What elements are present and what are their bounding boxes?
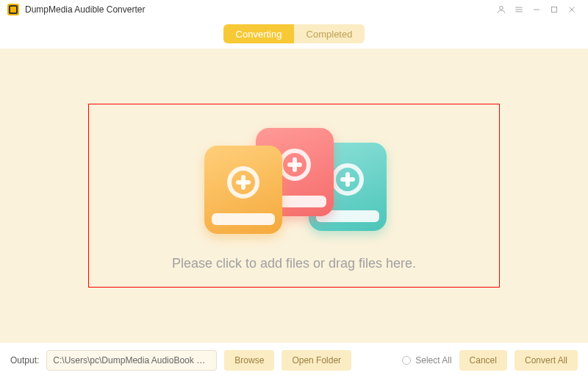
book-icon-orange [204, 146, 282, 234]
account-icon[interactable] [492, 1, 510, 18]
books-illustration [191, 128, 397, 238]
browse-button[interactable]: Browse [224, 350, 274, 371]
convert-all-button[interactable]: Convert All [514, 350, 578, 371]
select-all-label: Select All [415, 355, 451, 365]
minimize-button[interactable] [528, 1, 545, 18]
cancel-button[interactable]: Cancel [459, 350, 507, 371]
footer-bar: Output: Browse Open Folder Select All Ca… [0, 343, 588, 378]
dropzone-hint: Please click to add files or drag files … [172, 256, 416, 271]
tab-bar: Converting Completed [0, 19, 588, 49]
open-folder-button[interactable]: Open Folder [282, 350, 351, 371]
svg-point-0 [500, 6, 503, 10]
tab-completed[interactable]: Completed [294, 24, 365, 43]
tabs: Converting Completed [223, 24, 365, 43]
radio-icon [402, 356, 411, 365]
app-title: DumpMedia Audible Converter [25, 4, 145, 15]
svg-rect-5 [552, 7, 557, 13]
file-dropzone[interactable]: Please click to add files or drag files … [88, 104, 500, 288]
tab-converting[interactable]: Converting [223, 24, 294, 43]
select-all-toggle[interactable]: Select All [402, 355, 451, 365]
menu-icon[interactable] [510, 1, 528, 18]
output-label: Output: [10, 355, 39, 365]
title-bar: DumpMedia Audible Converter [0, 0, 588, 19]
maximize-button[interactable] [545, 1, 563, 18]
output-path-input[interactable] [46, 350, 217, 371]
app-icon [7, 4, 19, 15]
close-button[interactable] [563, 1, 581, 18]
content-area: Please click to add files or drag files … [0, 49, 588, 343]
